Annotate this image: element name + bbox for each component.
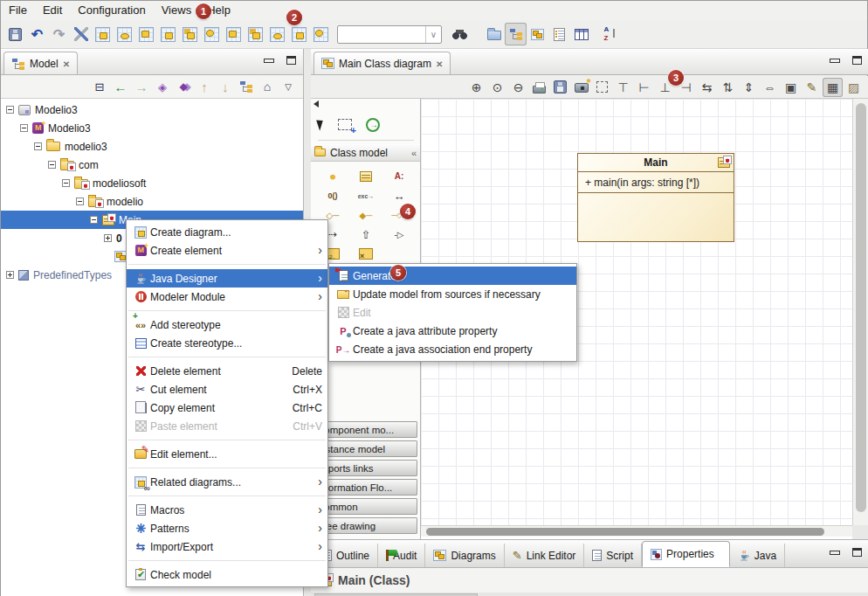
create-diagram-button-3[interactable] xyxy=(135,23,157,45)
tree-item-model-root[interactable]: Modelio3 xyxy=(1,119,303,137)
style-brush-button[interactable] xyxy=(802,78,822,97)
collapse-expander-icon[interactable] xyxy=(90,216,98,224)
tree-item-modelio[interactable]: modelio xyxy=(1,192,303,211)
palette-section-free-drawing[interactable]: Free drawing xyxy=(313,517,417,534)
diagram-view-button[interactable] xyxy=(527,23,548,45)
grid-toggle-button[interactable] xyxy=(823,78,843,97)
minimize-icon[interactable] xyxy=(830,59,840,63)
tab-diagrams[interactable]: Diagrams xyxy=(425,544,504,567)
minimize-icon[interactable] xyxy=(264,59,274,63)
navigate-forward-button[interactable] xyxy=(132,77,151,96)
zoom-in-button[interactable] xyxy=(466,78,486,97)
generalization-tool-icon[interactable] xyxy=(356,225,375,243)
create-diagram-button-4[interactable] xyxy=(157,23,179,45)
undo-button[interactable] xyxy=(26,23,48,45)
qualifier-tool-icon[interactable] xyxy=(359,248,373,260)
create-diagram-button-5[interactable] xyxy=(179,23,201,45)
menu-item-macros[interactable]: Macros xyxy=(127,501,327,519)
menu-item-edit-element[interactable]: Edit element... xyxy=(127,445,327,463)
related-next-button[interactable] xyxy=(174,77,193,96)
vertical-scrollbar[interactable] xyxy=(852,99,868,525)
tab-main-class-diagram[interactable]: Main Class diagram xyxy=(313,52,451,74)
model-view-button[interactable] xyxy=(505,23,527,45)
zoom-actual-button[interactable] xyxy=(487,78,507,97)
create-diagram-button-6[interactable] xyxy=(201,23,223,45)
tab-properties[interactable]: Properties xyxy=(642,541,730,567)
attribute-tool-icon[interactable] xyxy=(389,168,409,185)
table-view-button[interactable] xyxy=(570,23,592,45)
menu-item-delete-element[interactable]: Delete element Delete xyxy=(127,362,327,380)
center-horizontal-button[interactable] xyxy=(697,78,717,97)
create-diagram-button-10[interactable] xyxy=(288,23,310,45)
snapshot-button[interactable] xyxy=(571,78,591,97)
palette-section-component-model[interactable]: Component mo... xyxy=(313,421,417,438)
select-tool-icon[interactable] xyxy=(316,118,326,131)
marquee-tool-icon[interactable] xyxy=(338,119,352,130)
tab-audit[interactable]: Audit xyxy=(378,544,425,567)
create-diagram-button-8[interactable] xyxy=(245,23,266,45)
collapse-expander-icon[interactable] xyxy=(34,142,42,150)
zoom-out-button[interactable] xyxy=(508,78,528,97)
palette-section-imports-links[interactable]: Imports links xyxy=(313,460,417,476)
collapse-expander-icon[interactable] xyxy=(76,198,84,205)
menu-item-create-stereotype[interactable]: Create stereotype... xyxy=(127,334,327,352)
menu-item-check-model[interactable]: Check model xyxy=(127,565,327,584)
exception-tool-icon[interactable] xyxy=(356,187,375,204)
collapse-all-button[interactable] xyxy=(90,77,109,96)
menu-item-add-stereotype[interactable]: Add stereotype xyxy=(127,315,327,334)
submenu-item-generate[interactable]: Generate xyxy=(329,267,576,285)
align-top-button[interactable] xyxy=(613,78,633,97)
tree-item-modelio3-folder[interactable]: modelio3 xyxy=(1,137,303,156)
fit-size-button[interactable] xyxy=(781,78,801,97)
same-width-button[interactable] xyxy=(760,78,780,97)
selection-box-button[interactable] xyxy=(592,78,612,97)
collapse-expander-icon[interactable] xyxy=(6,106,14,114)
tree-item-modeliosoft[interactable]: modeliosoft xyxy=(1,174,303,192)
composition-tool-icon[interactable] xyxy=(356,206,375,224)
redo-button[interactable] xyxy=(48,23,70,45)
list-view-button[interactable] xyxy=(548,23,570,45)
tree-item-com[interactable]: com xyxy=(1,156,303,174)
realization-tool-icon[interactable] xyxy=(389,225,409,243)
collapse-expander-icon[interactable] xyxy=(48,161,56,169)
page-pattern-button[interactable] xyxy=(844,78,864,97)
instance-tool-icon[interactable] xyxy=(323,168,342,185)
menu-item-create-element[interactable]: Create element xyxy=(127,241,327,260)
open-project-button[interactable] xyxy=(483,23,505,45)
view-menu-button[interactable] xyxy=(279,77,298,96)
tree-item-project[interactable]: Modelio3 xyxy=(1,100,303,119)
menu-configuration[interactable]: Configuration xyxy=(70,1,153,20)
search-combo[interactable] xyxy=(337,25,442,44)
close-icon[interactable] xyxy=(63,58,70,70)
vscroll-thumb[interactable] xyxy=(856,103,866,512)
navigate-back-button[interactable] xyxy=(111,77,130,96)
menu-item-related-diagrams[interactable]: Related diagrams... xyxy=(127,473,327,491)
print-button[interactable] xyxy=(529,78,549,97)
center-vertical-button[interactable] xyxy=(718,78,738,97)
menu-item-create-diagram[interactable]: Create diagram... xyxy=(127,223,327,241)
expand-expander-icon[interactable] xyxy=(6,271,14,279)
palette-collapse-icon[interactable] xyxy=(313,100,319,107)
hierarchy-button[interactable] xyxy=(237,77,256,96)
move-up-button[interactable] xyxy=(195,77,214,96)
link-tool-icon[interactable] xyxy=(366,118,380,132)
create-diagram-button-9[interactable] xyxy=(266,23,288,45)
submenu-item-create-java-association[interactable]: Create a java association end property xyxy=(329,340,576,358)
menu-item-modeler-module[interactable]: Modeler Module xyxy=(127,288,327,306)
expand-expander-icon[interactable] xyxy=(104,234,112,242)
hscroll-thumb[interactable] xyxy=(426,528,824,536)
search-button[interactable] xyxy=(449,23,471,45)
minimize-icon[interactable] xyxy=(830,551,840,555)
create-diagram-button-7[interactable] xyxy=(223,23,245,45)
properties-scroll-strip[interactable] xyxy=(311,593,868,596)
palette-section-common[interactable]: Common xyxy=(313,498,417,515)
menu-file[interactable]: File xyxy=(1,1,35,20)
save-diagram-button[interactable] xyxy=(550,78,570,97)
tab-link-editor[interactable]: Link Editor xyxy=(505,544,585,567)
palette-section-information-flows[interactable]: Information Flo... xyxy=(313,479,417,496)
submenu-item-update-model[interactable]: Update model from sources if necessary xyxy=(329,285,576,303)
create-diagram-button-1[interactable] xyxy=(92,23,114,45)
same-height-button[interactable] xyxy=(739,78,759,97)
maximize-icon[interactable] xyxy=(852,56,862,65)
menu-edit[interactable]: Edit xyxy=(35,1,70,20)
